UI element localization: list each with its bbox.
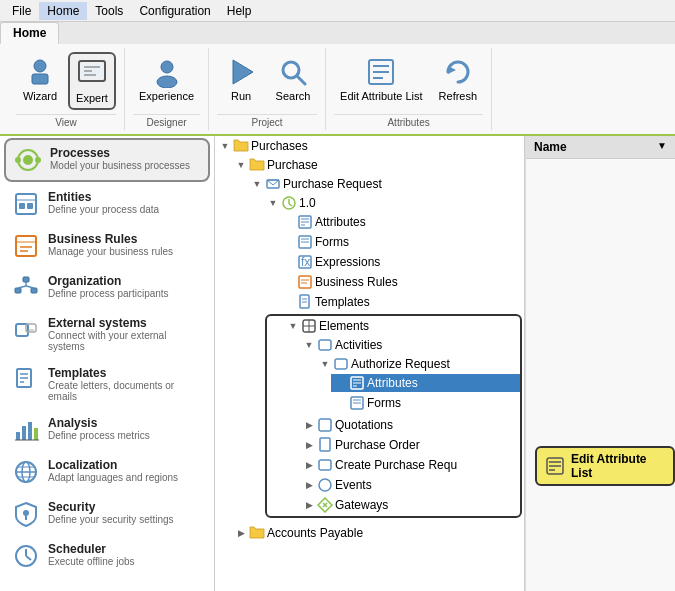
tree-row-expressions[interactable]: fx Expressions <box>279 253 524 271</box>
sidebar-item-business-rules[interactable]: Business Rules Manage your business rule… <box>4 226 210 266</box>
tree-row-activities[interactable]: ▼ Activities <box>299 336 520 354</box>
entities-icon <box>12 190 40 218</box>
expert-button[interactable]: Expert <box>68 52 116 110</box>
expander-expressions[interactable] <box>281 254 297 270</box>
elements-icon <box>301 318 317 334</box>
experience-button[interactable]: Experience <box>133 52 200 106</box>
expander-authorize-request[interactable]: ▼ <box>317 356 333 372</box>
expander-v1[interactable]: ▼ <box>265 195 281 211</box>
expander-attributes-auth[interactable] <box>333 375 349 391</box>
tree-row-forms-top[interactable]: Forms <box>279 233 524 251</box>
tree-node-purchase-order: ▶ Purchase Order <box>283 435 520 455</box>
tree-panel[interactable]: ▼ Purchases ▼ Purchase <box>215 136 525 591</box>
sidebar-item-organization[interactable]: Organization Define process participants <box>4 268 210 308</box>
localization-text: Localization Adapt languages and regions <box>48 458 178 483</box>
refresh-button[interactable]: Refresh <box>433 52 484 106</box>
tree-row-purchases[interactable]: ▼ Purchases <box>215 137 524 155</box>
menu-home[interactable]: Home <box>39 2 87 20</box>
tree-container: ▼ Purchases ▼ Purchase <box>215 136 675 591</box>
expander-quotations[interactable]: ▶ <box>301 417 317 433</box>
tree-label-purchase-order: Purchase Order <box>335 438 420 452</box>
sidebar-item-processes[interactable]: Processes Model your business processes <box>4 138 210 182</box>
menu-tools[interactable]: Tools <box>87 2 131 20</box>
expander-forms-auth[interactable] <box>333 395 349 411</box>
tree-label-templates-inner: Templates <box>315 295 370 309</box>
organization-title: Organization <box>48 274 169 288</box>
tree-row-business-rules-inner[interactable]: Business Rules <box>279 273 524 291</box>
expander-purchase-request[interactable]: ▼ <box>249 176 265 192</box>
expander-events[interactable]: ▶ <box>301 477 317 493</box>
sidebar-item-entities[interactable]: Entities Define your process data <box>4 184 210 224</box>
menu-configuration[interactable]: Configuration <box>131 2 218 20</box>
sidebar-item-external-systems[interactable]: External systems Connect with your exter… <box>4 310 210 358</box>
svg-line-33 <box>18 286 26 288</box>
tree-row-attributes-top[interactable]: Attributes <box>279 213 524 231</box>
tree-row-attributes-auth[interactable]: Attributes <box>331 374 520 392</box>
external-systems-desc: Connect with your external systems <box>48 330 202 352</box>
tree-row-accounts-payable[interactable]: ▶ Accounts Payable <box>231 524 524 542</box>
search-button[interactable]: Search <box>269 52 317 106</box>
expander-attributes-top[interactable] <box>281 214 297 230</box>
expander-activities[interactable]: ▼ <box>301 337 317 353</box>
name-panel-sort[interactable]: ▼ <box>657 140 667 151</box>
edit-attribute-list-button[interactable]: Edit Attribute List <box>334 52 429 106</box>
expander-purchase-order[interactable]: ▶ <box>301 437 317 453</box>
expander-business-rules-inner[interactable] <box>281 274 297 290</box>
wizard-button[interactable]: Wizard <box>16 52 64 106</box>
view-buttons: Wizard Expert <box>16 48 116 114</box>
sidebar-item-analysis[interactable]: Analysis Define process metrics <box>4 410 210 450</box>
svg-rect-44 <box>28 422 32 440</box>
scheduler-title: Scheduler <box>48 542 135 556</box>
sidebar-item-templates[interactable]: Templates Create letters, documents or e… <box>4 360 210 408</box>
processes-icon <box>14 146 42 174</box>
tree-row-gateways[interactable]: ▶ Gateways <box>299 496 520 514</box>
tree-label-v1: 1.0 <box>299 196 316 210</box>
menu-bar: File Home Tools Configuration Help <box>0 0 675 22</box>
expander-purchase[interactable]: ▼ <box>233 157 249 173</box>
sidebar-item-security[interactable]: Security Define your security settings <box>4 494 210 534</box>
tree-row-create-purchase-requ[interactable]: ▶ Create Purchase Requ <box>299 456 520 474</box>
entities-text: Entities Define your process data <box>48 190 159 215</box>
ribbon-group-attributes: Edit Attribute List Refresh Attributes <box>326 48 492 130</box>
tree-row-purchase[interactable]: ▼ Purchase <box>231 156 524 174</box>
templates-text: Templates Create letters, documents or e… <box>48 366 202 402</box>
tree-row-authorize-request[interactable]: ▼ Authorize Request <box>315 355 520 373</box>
tree-row-purchase-order[interactable]: ▶ Purchase Order <box>299 436 520 454</box>
tab-home[interactable]: Home <box>0 22 59 44</box>
processes-title: Processes <box>50 146 190 160</box>
localization-desc: Adapt languages and regions <box>48 472 178 483</box>
tree-row-forms-auth[interactable]: Forms <box>331 394 520 412</box>
expander-purchases[interactable]: ▼ <box>217 138 233 154</box>
templates-icon-inner <box>297 294 313 310</box>
security-text: Security Define your security settings <box>48 500 174 525</box>
expander-elements[interactable]: ▼ <box>285 318 301 334</box>
tree-row-quotations[interactable]: ▶ Quotations <box>299 416 520 434</box>
expander-templates-inner[interactable] <box>281 294 297 310</box>
menu-help[interactable]: Help <box>219 2 260 20</box>
tree-row-purchase-request[interactable]: ▼ Purchase Request <box>247 175 524 193</box>
tree-row-events[interactable]: ▶ Events <box>299 476 520 494</box>
svg-rect-6 <box>84 74 96 76</box>
tree-row-elements[interactable]: ▼ Elements <box>283 317 520 335</box>
external-systems-text: External systems Connect with your exter… <box>48 316 202 352</box>
svg-marker-16 <box>448 66 456 74</box>
expander-gateways[interactable]: ▶ <box>301 497 317 513</box>
run-label: Run <box>231 90 251 102</box>
svg-rect-71 <box>299 276 311 288</box>
organization-icon <box>12 274 40 302</box>
tree-node-events: ▶ Events <box>283 475 520 495</box>
menu-file[interactable]: File <box>4 2 39 20</box>
expander-forms-top[interactable] <box>281 234 297 250</box>
version-icon <box>281 195 297 211</box>
tree-node-attributes-top: Attributes <box>263 212 524 232</box>
tree-row-templates-inner[interactable]: Templates <box>279 293 524 311</box>
sidebar-item-localization[interactable]: Localization Adapt languages and regions <box>4 452 210 492</box>
svg-rect-81 <box>335 359 347 369</box>
tree-row-v1[interactable]: ▼ 1.0 <box>263 194 524 212</box>
popup-list-icon <box>545 456 565 476</box>
expander-accounts-payable[interactable]: ▶ <box>233 525 249 541</box>
run-button[interactable]: Run <box>217 52 265 106</box>
sidebar-item-scheduler[interactable]: Scheduler Execute offline jobs <box>4 536 210 576</box>
popup-menu[interactable]: Edit Attribute List <box>535 446 675 486</box>
expander-create-purchase-requ[interactable]: ▶ <box>301 457 317 473</box>
